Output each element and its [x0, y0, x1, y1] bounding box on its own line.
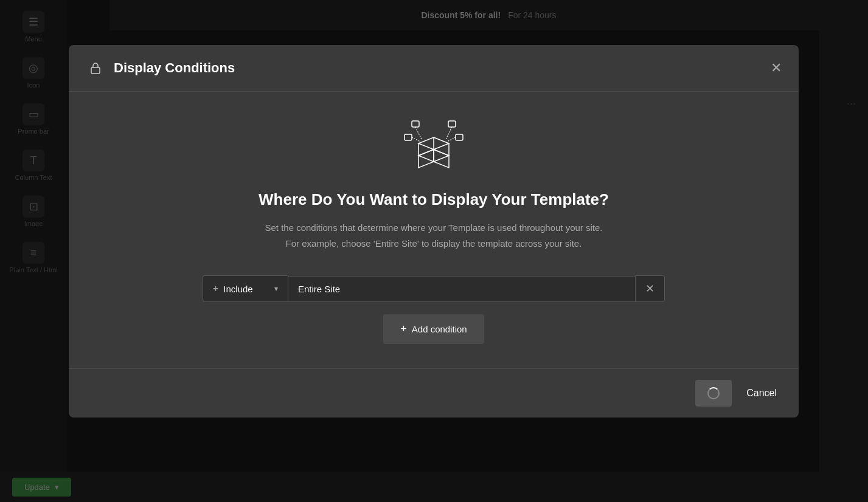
svg-line-12: [415, 127, 422, 139]
svg-rect-10: [404, 134, 412, 140]
modal-close-button[interactable]: ✕: [771, 61, 782, 75]
remove-condition-button[interactable]: ✕: [636, 275, 665, 302]
condition-row: + Include ▾ ✕: [203, 275, 665, 302]
add-condition-plus-icon: +: [400, 323, 407, 335]
lock-icon: [86, 58, 105, 78]
svg-rect-9: [448, 121, 456, 127]
include-dropdown[interactable]: + Include ▾: [203, 275, 288, 302]
svg-line-15: [447, 137, 456, 142]
svg-rect-11: [456, 134, 463, 140]
modal-heading: Where Do You Want to Display Your Templa…: [259, 190, 609, 209]
modal-body: Where Do You Want to Display Your Templa…: [69, 92, 799, 368]
add-condition-button[interactable]: + Add condition: [383, 314, 484, 344]
modal-title: Display Conditions: [114, 60, 235, 76]
include-label: Include: [223, 284, 252, 294]
svg-rect-8: [412, 121, 419, 127]
site-input[interactable]: [288, 276, 636, 302]
display-conditions-illustration: [403, 116, 464, 173]
display-conditions-modal: Display Conditions ✕: [69, 45, 799, 418]
modal-header-left: Display Conditions: [86, 58, 235, 78]
include-plus-icon: +: [213, 283, 218, 294]
svg-line-13: [446, 127, 452, 139]
svg-line-14: [412, 137, 420, 142]
modal-desc-line2: For example, choose 'Entire Site' to dis…: [286, 238, 582, 249]
cancel-button[interactable]: Cancel: [741, 380, 782, 406]
add-condition-label: Add condition: [412, 324, 467, 334]
svg-rect-0: [91, 67, 100, 74]
modal-footer: Cancel: [69, 368, 799, 418]
modal-header: Display Conditions ✕: [69, 45, 799, 92]
modal-desc-line1: Set the conditions that determine where …: [265, 222, 602, 233]
loading-spinner: [707, 387, 720, 399]
loading-button[interactable]: [695, 380, 732, 407]
include-chevron-icon: ▾: [274, 284, 278, 293]
modal-description: Set the conditions that determine where …: [265, 220, 602, 251]
